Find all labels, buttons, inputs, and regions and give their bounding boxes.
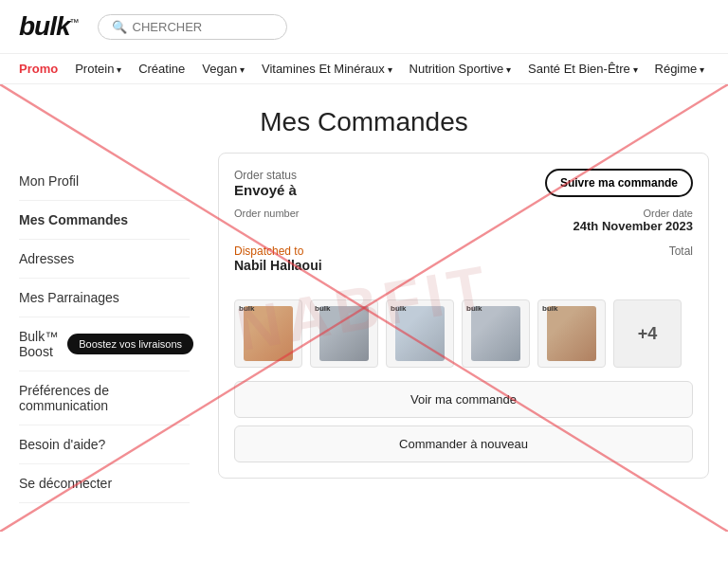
reorder-button[interactable]: Commander à nouveau <box>234 425 693 462</box>
logo: bulk™ <box>19 11 79 42</box>
product-image-4 <box>471 306 520 361</box>
product-thumb-3: bulk <box>386 299 454 368</box>
product-image-5 <box>547 306 596 361</box>
product-image-2 <box>319 306 369 361</box>
order-meta: Order number Order date 24th November 20… <box>234 208 693 233</box>
nav-item-vegan[interactable]: Vegan <box>202 62 245 76</box>
search-input[interactable] <box>133 20 273 34</box>
nav-item-regime[interactable]: Régime <box>655 62 705 76</box>
order-number-label: Order number <box>234 208 299 219</box>
sidebar-item-aide[interactable]: Besoin d'aide? <box>19 425 190 464</box>
page-title: Mes Commandes <box>0 84 728 153</box>
nav-item-nutrition[interactable]: Nutrition Sportive <box>410 62 512 76</box>
nav-item-protein[interactable]: Protein <box>75 62 121 76</box>
order-header: Order status Envoyé à Suivre ma commande <box>234 169 693 198</box>
sidebar-item-mes-parrainages[interactable]: Mes Parrainages <box>19 279 190 317</box>
product-thumb-2: bulk <box>310 299 378 368</box>
sidebar-item-bulk-boost[interactable]: Bulk™ Boost Boostez vos livraisons <box>19 317 190 371</box>
order-date-section: Order date 24th November 2023 <box>573 208 693 233</box>
nav-item-creatine[interactable]: Créatine <box>138 62 185 76</box>
product-image-3 <box>395 306 445 361</box>
product-image-1 <box>244 306 293 361</box>
sidebar-item-mon-profil[interactable]: Mon Profil <box>19 162 190 201</box>
dispatch-name: Nabil Hallaoui <box>234 258 322 273</box>
product-extra-count: +4 <box>613 299 682 368</box>
product-thumb-1: bulk <box>234 299 302 368</box>
sidebar-item-mes-commandes[interactable]: Mes Commandes <box>19 201 190 240</box>
dispatch-section: Dispatched to Nabil Hallaoui <box>234 244 322 273</box>
product-thumb-4: bulk <box>462 299 530 368</box>
order-number-section: Order number <box>234 208 299 233</box>
search-icon: 🔍 <box>112 20 127 34</box>
header: bulk™ 🔍 Promo Protein Créatine Vegan Vit… <box>0 0 728 84</box>
page-wrapper: NABFIT Mes Commandes Mon Profil Mes Comm… <box>0 84 728 532</box>
product-thumb-5: bulk <box>537 299 606 368</box>
nav-item-promo[interactable]: Promo <box>19 62 58 76</box>
nav-item-vitamines[interactable]: Vitamines Et Minéraux <box>262 62 392 76</box>
order-date-label: Order date <box>573 208 693 219</box>
sidebar-item-deconnecter[interactable]: Se déconnecter <box>19 464 190 503</box>
order-status-value: Envoyé à <box>234 182 297 198</box>
sidebar: Mon Profil Mes Commandes Adresses Mes Pa… <box>19 153 190 503</box>
nav-item-sante[interactable]: Santé Et Bien-Être <box>528 62 637 76</box>
order-date-value: 24th November 2023 <box>573 219 693 233</box>
view-order-button[interactable]: Voir ma commande <box>234 381 693 418</box>
dispatch-row: Dispatched to Nabil Hallaoui Total <box>234 244 693 286</box>
follow-order-button[interactable]: Suivre ma commande <box>545 169 693 197</box>
search-bar[interactable]: 🔍 <box>98 14 287 40</box>
main-layout: Mon Profil Mes Commandes Adresses Mes Pa… <box>0 153 728 532</box>
sidebar-item-adresses[interactable]: Adresses <box>19 240 190 279</box>
products-grid: bulk bulk bulk bulk <box>234 299 693 368</box>
order-status-label: Order status <box>234 169 297 182</box>
total-label: Total <box>669 244 693 286</box>
dispatch-label: Dispatched to <box>234 244 322 258</box>
boost-button[interactable]: Boostez vos livraisons <box>67 334 193 354</box>
order-card: Order status Envoyé à Suivre ma commande… <box>218 153 709 479</box>
sidebar-item-preferences[interactable]: Préférences de communication <box>19 371 190 425</box>
order-status-section: Order status Envoyé à <box>234 169 297 198</box>
main-nav: Promo Protein Créatine Vegan Vitamines E… <box>0 54 728 84</box>
order-content: Order status Envoyé à Suivre ma commande… <box>218 153 709 503</box>
